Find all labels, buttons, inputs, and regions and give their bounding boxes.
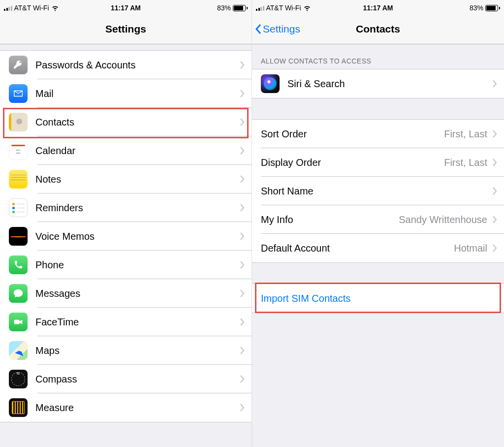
chevron-right-icon	[240, 375, 245, 383]
chevron-right-icon	[492, 130, 497, 138]
chevron-right-icon	[240, 61, 245, 69]
row-messages[interactable]: Messages	[0, 279, 252, 308]
row-siri-search[interactable]: Siri & Search	[252, 69, 504, 98]
row-phone[interactable]: Phone	[0, 251, 252, 279]
status-bar: AT&T Wi-Fi 11:17 AM 83%	[252, 0, 504, 14]
compass-icon	[9, 370, 28, 388]
row-reminders[interactable]: Reminders	[0, 193, 252, 222]
carrier-label: AT&T Wi-Fi	[14, 4, 49, 12]
row-mail[interactable]: Mail	[0, 79, 252, 108]
row-sort-order[interactable]: Sort Order First, Last	[252, 120, 504, 148]
settings-list: Passwords & Accounts Mail Contacts Calen…	[0, 50, 252, 422]
chevron-right-icon	[492, 187, 497, 195]
chevron-right-icon	[492, 80, 497, 88]
section-header-allow-access: ALLOW CONTACTS TO ACCESS	[252, 44, 504, 69]
battery-icon	[233, 5, 248, 11]
chevron-right-icon	[240, 90, 245, 97]
contacts-icon	[9, 113, 28, 131]
row-my-info[interactable]: My Info Sandy Writtenhouse	[252, 205, 504, 234]
row-passwords-accounts[interactable]: Passwords & Accounts	[0, 51, 252, 79]
chevron-right-icon	[240, 175, 245, 183]
chevron-right-icon	[240, 404, 245, 412]
row-import-sim-contacts[interactable]: Import SIM Contacts	[252, 284, 504, 313]
wifi-icon	[51, 4, 59, 12]
row-calendar[interactable]: Calendar	[0, 136, 252, 165]
chevron-right-icon	[240, 347, 245, 354]
svg-rect-0	[14, 319, 20, 324]
screenshot-contacts-settings: AT&T Wi-Fi 11:17 AM 83% Settings Contact…	[252, 0, 504, 447]
carrier-label: AT&T Wi-Fi	[266, 4, 301, 12]
chevron-right-icon	[240, 232, 245, 240]
row-voice-memos[interactable]: Voice Memos	[0, 222, 252, 251]
measure-icon	[9, 398, 28, 417]
row-facetime[interactable]: FaceTime	[0, 308, 252, 336]
wifi-icon	[303, 4, 311, 12]
cell-signal-icon	[256, 5, 264, 11]
messages-icon	[9, 284, 28, 303]
row-short-name[interactable]: Short Name	[252, 177, 504, 205]
chevron-right-icon	[240, 261, 245, 269]
value-sort-order: First, Last	[444, 128, 487, 140]
battery-pct-label: 83%	[470, 4, 483, 12]
row-notes[interactable]: Notes	[0, 165, 252, 193]
row-maps[interactable]: Maps	[0, 336, 252, 365]
row-display-order[interactable]: Display Order First, Last	[252, 148, 504, 177]
value-default-account: Hotmail	[454, 243, 487, 254]
chevron-right-icon	[492, 216, 497, 224]
maps-icon	[9, 341, 28, 360]
siri-icon	[261, 74, 280, 93]
navbar-contacts: Settings Contacts	[252, 14, 504, 44]
chevron-right-icon	[492, 244, 497, 252]
voice-memos-icon	[9, 227, 28, 246]
battery-icon	[485, 5, 500, 11]
value-display-order: First, Last	[444, 157, 487, 168]
back-button[interactable]: Settings	[255, 23, 300, 35]
chevron-right-icon	[240, 204, 245, 212]
row-contacts[interactable]: Contacts	[0, 108, 252, 136]
page-title: Contacts	[356, 23, 400, 35]
import-sim-group: Import SIM Contacts	[252, 284, 504, 313]
status-bar: AT&T Wi-Fi 11:17 AM 83%	[0, 0, 252, 14]
chevron-right-icon	[240, 118, 245, 126]
phone-icon	[9, 255, 28, 274]
row-measure[interactable]: Measure	[0, 393, 252, 422]
calendar-icon	[9, 141, 28, 160]
row-compass[interactable]: Compass	[0, 365, 252, 393]
mail-icon	[9, 84, 28, 103]
back-label: Settings	[263, 23, 300, 35]
page-title: Settings	[105, 23, 146, 35]
clock-label: 11:17 AM	[363, 4, 393, 12]
chevron-left-icon	[255, 24, 262, 34]
contacts-options-group: Sort Order First, Last Display Order Fir…	[252, 119, 504, 263]
key-icon	[9, 56, 28, 74]
row-default-account[interactable]: Default Account Hotmail	[252, 234, 504, 262]
chevron-right-icon	[240, 318, 245, 326]
battery-pct-label: 83%	[217, 4, 231, 12]
facetime-icon	[9, 313, 28, 331]
value-my-info: Sandy Writtenhouse	[399, 214, 487, 225]
cell-signal-icon	[4, 5, 12, 11]
chevron-right-icon	[240, 289, 245, 297]
siri-search-group: Siri & Search	[252, 69, 504, 98]
chevron-right-icon	[240, 147, 245, 155]
notes-icon	[9, 170, 28, 189]
reminders-icon	[9, 198, 28, 217]
screenshot-settings-root: AT&T Wi-Fi 11:17 AM 83% Settings Passwor…	[0, 0, 252, 447]
clock-label: 11:17 AM	[111, 4, 141, 12]
navbar-settings: Settings	[0, 14, 252, 44]
chevron-right-icon	[492, 159, 497, 166]
